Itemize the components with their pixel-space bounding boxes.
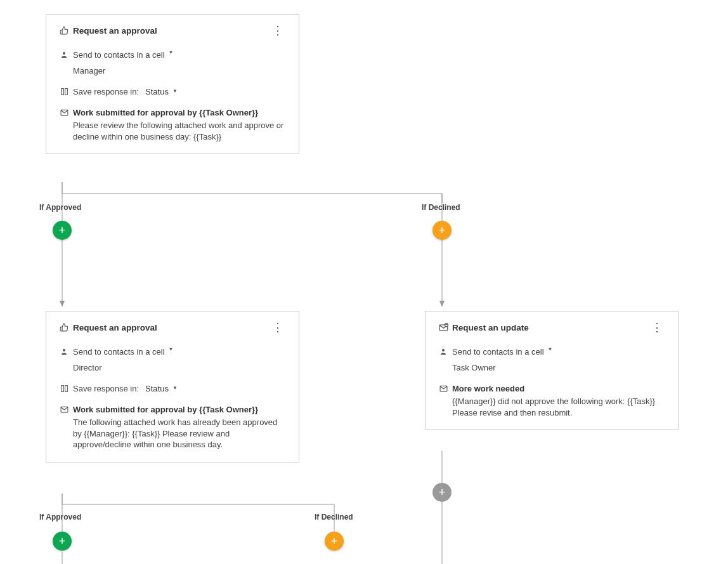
add-step-declined-button[interactable]: + — [432, 221, 452, 240]
branch-label-approved: If Approved — [39, 203, 81, 212]
add-step-button[interactable]: + — [432, 483, 452, 502]
person-icon — [438, 348, 448, 355]
message-subject: More work needed — [452, 384, 524, 393]
send-to-dropdown[interactable]: Send to contacts in a cell ▼ — [59, 347, 286, 357]
card-title: Request an approval — [73, 323, 270, 332]
card-request-approval-director[interactable]: Request an approval ⋮ Send to contacts i… — [46, 311, 299, 462]
add-step-approved-button[interactable]: + — [53, 221, 72, 240]
thumbs-up-icon — [59, 323, 69, 332]
card-request-update[interactable]: Request an update ⋮ Send to contacts in … — [425, 311, 679, 430]
columns-icon — [59, 384, 69, 393]
message-body: {{Manager}} did not approve the followin… — [452, 396, 665, 418]
mail-icon — [438, 384, 448, 393]
svg-point-14 — [63, 349, 65, 351]
chevron-down-icon: ▼ — [169, 346, 174, 352]
svg-marker-7 — [60, 301, 65, 307]
person-icon — [59, 348, 69, 355]
branch-label-declined: If Declined — [315, 513, 353, 521]
branch-label-declined: If Declined — [422, 203, 460, 212]
svg-marker-9 — [439, 301, 445, 307]
branch-label-approved: If Approved — [39, 513, 81, 521]
save-response-dropdown[interactable]: Save response in: Status ▼ — [59, 384, 286, 393]
connector-lines — [0, 0, 728, 564]
recipient-value: Director — [73, 363, 286, 372]
more-icon[interactable]: ⋮ — [270, 322, 286, 333]
mail-icon — [59, 405, 69, 414]
svg-rect-15 — [61, 386, 63, 392]
recipient-value: Task Owner — [452, 363, 665, 372]
send-to-dropdown[interactable]: Send to contacts in a cell ▼ — [438, 347, 665, 357]
add-step-approved-button[interactable]: + — [53, 532, 72, 551]
message-body: The following attached work has already … — [73, 417, 286, 450]
svg-point-20 — [442, 349, 445, 351]
chevron-down-icon: ▼ — [172, 385, 178, 391]
message-subject: Work submitted for approval by {{Task Ow… — [73, 405, 258, 414]
add-step-declined-button[interactable]: + — [325, 532, 344, 551]
card-title: Request an update — [452, 323, 649, 332]
chevron-down-icon: ▼ — [548, 346, 553, 352]
update-icon — [438, 323, 448, 332]
more-icon[interactable]: ⋮ — [649, 322, 665, 333]
svg-rect-16 — [65, 386, 67, 392]
